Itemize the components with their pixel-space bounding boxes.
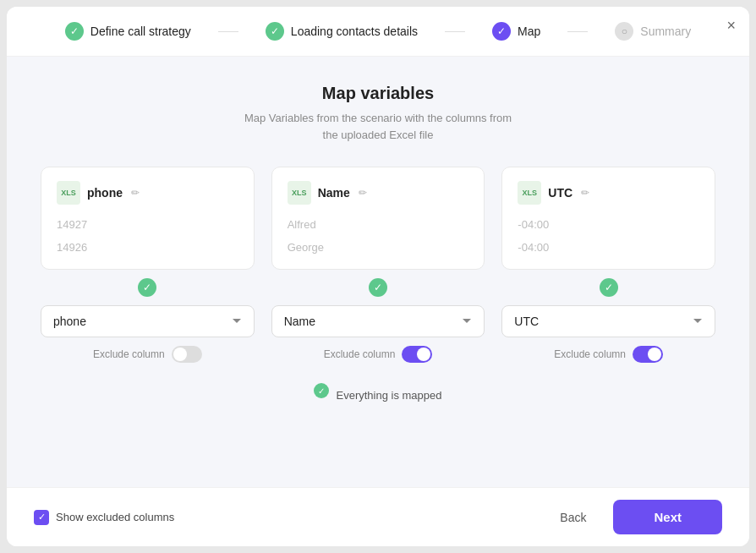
footer: ✓ Show excluded columns Back Next [7,487,749,546]
card-values-name: Alfred George [288,216,469,255]
mapped-status-row: ✓ Everything is mapped [314,383,441,407]
page-title: Map variables [322,84,434,103]
map-select-utc[interactable]: phone Name UTC [501,305,715,337]
card-value-name-0: Alfred [288,216,469,233]
page-subtitle: Map Variables from the scenario with the… [244,110,512,143]
map-select-phone[interactable]: phone Name UTC [41,305,255,337]
step-map-label: Map [518,25,540,38]
step-loading-icon: ✓ [266,22,284,41]
xls-icon-utc: XLS [518,181,541,205]
show-excluded-checkbox-row[interactable]: ✓ Show excluded columns [34,510,174,525]
card-header-utc: XLS UTC ✏ [518,181,699,205]
xls-icon-phone: XLS [57,181,80,205]
modal: × ✓ Define call strategy ✓ Loading conta… [7,7,749,546]
card-header-phone: XLS phone ✏ [57,181,238,205]
mapped-status-label: Everything is mapped [336,389,441,402]
step-sep-1 [218,31,238,32]
card-values-utc: -04:00 -04:00 [518,216,699,255]
exclude-row-name: Exclude column [324,346,433,363]
check-circle-name: ✓ [369,278,387,297]
exclude-toggle-phone[interactable] [172,346,202,363]
exclude-label-phone: Exclude column [93,348,165,360]
card-value-phone-0: 14927 [57,216,238,233]
step-define-label: Define call strategy [90,25,191,38]
step-loading: ✓ Loading contacts details [266,22,418,41]
step-summary-label: Summary [640,25,691,38]
step-map-icon: ✓ [492,22,511,41]
card-box-name: XLS Name ✏ Alfred George [271,167,485,270]
exclude-row-phone: Exclude column [93,346,202,363]
exclude-row-utc: Exclude column [554,346,663,363]
step-define-icon: ✓ [65,22,84,41]
edit-icon-phone[interactable]: ✏ [131,187,140,199]
mapped-check-icon: ✓ [314,383,329,398]
steps-header: ✓ Define call strategy ✓ Loading contact… [7,7,749,57]
step-sep-3 [567,31,588,32]
map-select-name[interactable]: phone Name UTC [271,305,485,337]
column-card-phone: XLS phone ✏ 14927 14926 ✓ phone Name UTC [41,167,255,363]
col-name-phone: phone [87,186,123,200]
close-button[interactable]: × [726,17,736,35]
next-button[interactable]: Next [613,500,722,534]
exclude-label-name: Exclude column [324,348,396,360]
edit-icon-utc[interactable]: ✏ [581,187,589,199]
card-box-utc: XLS UTC ✏ -04:00 -04:00 [501,167,715,270]
back-button[interactable]: Back [543,502,603,533]
check-circle-utc: ✓ [600,278,618,297]
card-values-phone: 14927 14926 [57,216,238,255]
check-circle-phone: ✓ [138,278,156,297]
col-name-utc: UTC [548,186,572,200]
card-value-utc-0: -04:00 [518,216,699,233]
card-box-phone: XLS phone ✏ 14927 14926 [41,167,255,270]
column-card-utc: XLS UTC ✏ -04:00 -04:00 ✓ phone Name UTC [501,167,715,363]
step-loading-label: Loading contacts details [291,25,418,38]
columns-row: XLS phone ✏ 14927 14926 ✓ phone Name UTC [41,167,715,363]
card-value-phone-1: 14926 [57,239,238,255]
edit-icon-name[interactable]: ✏ [359,187,367,199]
step-summary-icon: ○ [615,22,633,41]
show-excluded-label: Show excluded columns [56,511,174,523]
xls-icon-name: XLS [288,181,311,205]
card-value-name-1: George [288,239,469,255]
step-map: ✓ Map [492,22,540,41]
exclude-label-utc: Exclude column [554,348,626,360]
card-value-utc-1: -04:00 [518,239,699,255]
exclude-toggle-utc[interactable] [633,346,663,363]
column-card-name: XLS Name ✏ Alfred George ✓ phone Name UT… [271,167,485,363]
step-sep-2 [445,31,465,32]
col-name-name: Name [318,186,350,200]
step-define: ✓ Define call strategy [65,22,191,41]
main-content: Map variables Map Variables from the sce… [7,57,749,487]
exclude-toggle-name[interactable] [402,346,432,363]
card-header-name: XLS Name ✏ [288,181,469,205]
step-summary: ○ Summary [615,22,691,41]
show-excluded-checkbox[interactable]: ✓ [34,510,49,525]
